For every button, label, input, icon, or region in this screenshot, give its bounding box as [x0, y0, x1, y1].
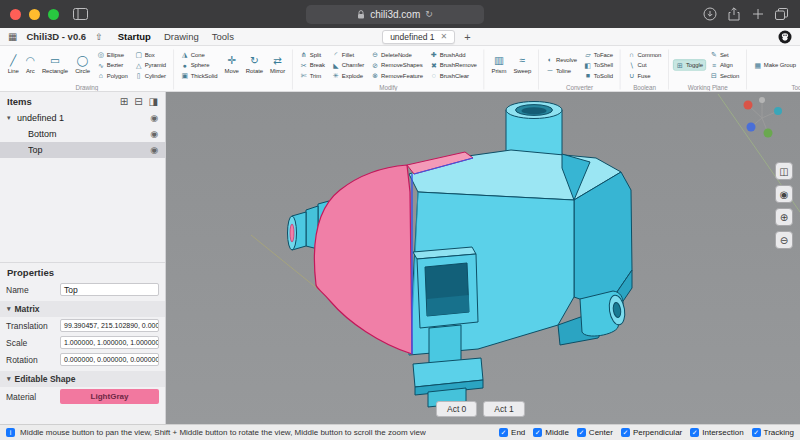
snap-middle[interactable]: ✓Middle [533, 428, 569, 437]
expand-all-icon[interactable]: ⊟ [134, 96, 142, 107]
reload-icon[interactable]: ↻ [425, 9, 433, 19]
checkbox-checked-icon[interactable]: ✓ [533, 428, 542, 437]
sphere-button[interactable]: ●Sphere [179, 60, 220, 70]
downloads-icon[interactable] [701, 6, 718, 22]
tree-item-bottom[interactable]: Bottom◉ [0, 126, 165, 142]
cone-button[interactable]: ◮Cone [179, 50, 220, 60]
checkbox-checked-icon[interactable]: ✓ [690, 428, 699, 437]
tab-drawing[interactable]: Drawing [164, 31, 199, 42]
polygon-button[interactable]: ⌂Polygon [95, 71, 130, 81]
mirror-button[interactable]: ⇄Mirror [267, 54, 289, 76]
rectangle-button[interactable]: ▭Rectangle [38, 54, 71, 76]
tab-tools[interactable]: Tools [212, 31, 234, 42]
act-0-button[interactable]: Act 0 [436, 401, 477, 417]
zoom-window-button[interactable] [48, 9, 59, 20]
fuse-button[interactable]: ∪Fuse [626, 71, 664, 81]
pyramid-button[interactable]: △Pyramid [133, 60, 168, 70]
brushadd-button[interactable]: ✚BrushAdd [428, 50, 479, 60]
zoom-in-button[interactable]: ⊕ [775, 208, 793, 226]
dock-panel-icon[interactable]: ◨ [149, 96, 158, 107]
snap-end[interactable]: ✓End [499, 428, 525, 437]
new-document-button[interactable]: + [464, 32, 470, 42]
deletenode-button[interactable]: ⊖DeleteNode [369, 50, 425, 60]
matrix-section-header[interactable]: ▾ Matrix [0, 301, 165, 317]
visibility-button[interactable]: ◉ [775, 185, 793, 203]
visibility-eye-icon[interactable]: ◉ [150, 113, 158, 123]
viewport-canvas[interactable] [166, 92, 800, 424]
translation-value[interactable]: 99.390457, 215.102890, 0.00000 [60, 319, 159, 332]
snap-tracking[interactable]: ✓Tracking [752, 428, 794, 437]
visibility-eye-icon[interactable]: ◉ [150, 145, 158, 155]
fillet-button[interactable]: ◜Fillet [330, 50, 366, 60]
tab-overview-icon[interactable] [773, 6, 790, 22]
tree-item-undefined-1[interactable]: ▾undefined 1◉ [0, 110, 165, 126]
group-icon[interactable]: ⊞ [120, 96, 128, 107]
cut-button[interactable]: ∖Cut [626, 60, 664, 70]
sidebar-toggle-icon[interactable] [72, 6, 89, 22]
thicksolid-button[interactable]: ▣ThickSolid [179, 71, 220, 81]
share-icon[interactable] [725, 6, 742, 22]
align-button[interactable]: ≡Align [708, 60, 741, 70]
tree-item-top[interactable]: Top◉ [0, 142, 165, 158]
minimize-window-button[interactable] [29, 9, 40, 20]
line-button[interactable]: ╱Line [4, 54, 22, 76]
toggle-button[interactable]: ⊞Toggle [674, 60, 705, 70]
tosolid-button[interactable]: ■ToSolid [582, 71, 615, 81]
close-window-button[interactable] [10, 9, 21, 20]
common-button[interactable]: ∩Common [626, 50, 664, 60]
brushremove-button[interactable]: ✖BrushRemove [428, 60, 479, 70]
cylinder-button[interactable]: ▯Cylinder [133, 71, 168, 81]
new-tab-icon[interactable] [749, 6, 766, 22]
material-value-button[interactable]: LightGray [60, 389, 159, 404]
arc-button[interactable]: ◠Arc [22, 54, 38, 76]
document-tab[interactable]: undefined 1 ✕ [382, 30, 455, 44]
zoom-out-button[interactable]: ⊖ [775, 231, 793, 249]
prism-button[interactable]: ▥Prism [488, 54, 510, 76]
menu-grid-icon[interactable]: ▦ [8, 31, 17, 42]
viewport-3d[interactable]: ◫◉⊕⊖ Act 0Act 1 [166, 92, 800, 424]
scale-value[interactable]: 1.000000, 1.000000, 1.000000 [60, 336, 159, 349]
ellipse-button[interactable]: ◎Ellipse [95, 50, 130, 60]
explode-button[interactable]: ✳Explode [330, 71, 366, 81]
make-group-button[interactable]: ▦Make Group [752, 60, 798, 70]
name-input[interactable]: Top [60, 283, 159, 296]
circle-button[interactable]: ◯Circle [72, 54, 94, 76]
export-icon[interactable]: ⇧ [95, 32, 103, 42]
fit-view-button[interactable]: ◫ [775, 162, 793, 180]
axis-gizmo[interactable] [744, 97, 783, 138]
section-button[interactable]: ⊟Section [708, 71, 741, 81]
snap-intersection[interactable]: ✓Intersection [690, 428, 743, 437]
toshell-button[interactable]: ◧ToShell [582, 60, 615, 70]
github-icon[interactable] [778, 30, 792, 44]
move-button[interactable]: ✛Move [221, 54, 242, 76]
model-pump[interactable] [288, 102, 633, 408]
split-button[interactable]: ⋔Split [298, 50, 327, 60]
sweep-button[interactable]: ≈Sweep [510, 54, 535, 76]
rotation-value[interactable]: 0.000000, 0.000000, 0.000000 [60, 353, 159, 366]
outlet-stub[interactable] [580, 291, 627, 336]
visibility-eye-icon[interactable]: ◉ [150, 129, 158, 139]
removeshapes-button[interactable]: ⊘RemoveShapes [369, 60, 425, 70]
break-button[interactable]: ✂Break [298, 60, 327, 70]
toface-button[interactable]: ▱ToFace [582, 50, 615, 60]
toline-button[interactable]: ─Toline [544, 65, 579, 75]
brushclear-button[interactable]: ◌BrushClear [428, 71, 479, 81]
checkbox-checked-icon[interactable]: ✓ [577, 428, 586, 437]
close-document-icon[interactable]: ✕ [441, 32, 448, 41]
act-1-button[interactable]: Act 1 [483, 401, 524, 417]
snap-center[interactable]: ✓Center [577, 428, 613, 437]
bezier-button[interactable]: ∿Bezier [95, 60, 130, 70]
tree-caret-icon[interactable]: ▾ [7, 114, 17, 122]
trim-button[interactable]: ✄Trim [298, 71, 327, 81]
address-bar[interactable]: chili3d.com ↻ [306, 5, 484, 24]
editable-shape-section-header[interactable]: ▾ Editable Shape [0, 371, 165, 387]
set-button[interactable]: ✎Set [708, 50, 741, 60]
box-button[interactable]: ▢Box [133, 50, 168, 60]
checkbox-checked-icon[interactable]: ✓ [752, 428, 761, 437]
removefeature-button[interactable]: ⊗RemoveFeature [369, 71, 425, 81]
revolve-button[interactable]: ◐Revolve [544, 55, 579, 65]
checkbox-checked-icon[interactable]: ✓ [499, 428, 508, 437]
chamfer-button[interactable]: ◣Chamfer [330, 60, 366, 70]
tab-startup[interactable]: Startup [118, 31, 151, 42]
snap-perpendicular[interactable]: ✓Perpendicular [621, 428, 682, 437]
